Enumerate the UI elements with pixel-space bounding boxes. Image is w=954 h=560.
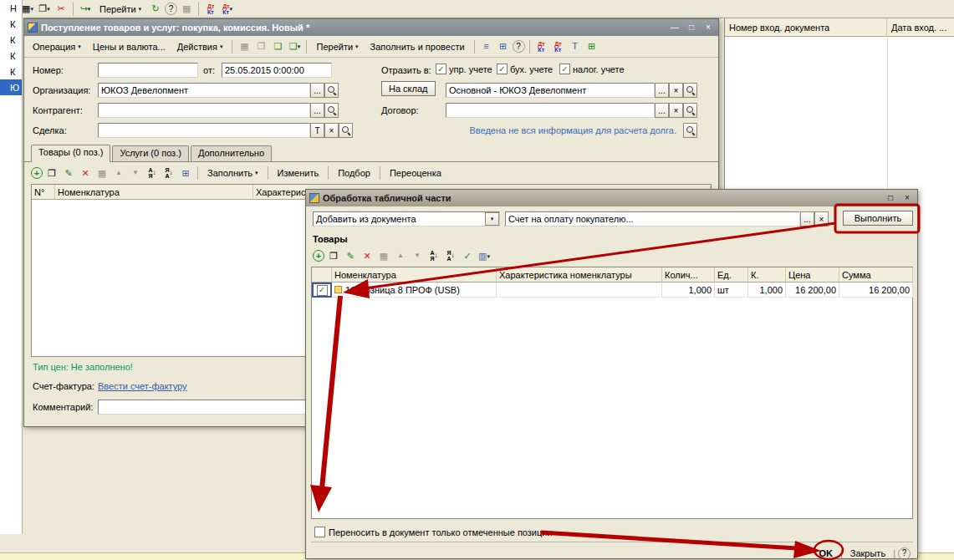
row-qty-cell[interactable]: 1,000 bbox=[662, 283, 715, 298]
execute-button[interactable]: Выполнить bbox=[843, 211, 913, 226]
list-item-selected[interactable]: Ю bbox=[0, 79, 22, 95]
row-price-cell[interactable]: 16 200,00 bbox=[786, 283, 839, 298]
warehouse-clear-button[interactable]: × bbox=[669, 83, 683, 98]
source-combo[interactable]: Добавить из документа bbox=[313, 211, 500, 227]
column-header-number[interactable]: N° bbox=[32, 185, 55, 200]
move-down-icon[interactable]: ▼ bbox=[410, 249, 425, 263]
column-header-characteristic[interactable]: Характеристика номенклатуры bbox=[497, 267, 662, 283]
organization-search-button[interactable] bbox=[324, 83, 339, 98]
tax-accounting-checkbox[interactable]: ✓налог. учете bbox=[559, 64, 625, 74]
entries-dtkt-icon[interactable]: ДтКт bbox=[203, 2, 218, 16]
dialog-titlebar[interactable]: Обработка табличной части □ × bbox=[306, 190, 917, 206]
close-dialog-button[interactable]: Закрыть bbox=[845, 546, 890, 560]
post-doc-icon[interactable]: ❏ bbox=[270, 39, 285, 53]
check-all-icon[interactable]: ✓ bbox=[460, 249, 475, 263]
tab-additional[interactable]: Дополнительно bbox=[191, 145, 272, 161]
warehouse-input[interactable]: Основной - ЮКОЗ Девелопмент bbox=[446, 83, 655, 98]
organization-input[interactable]: ЮКОЗ Девелопмент bbox=[98, 83, 310, 98]
row-checkbox[interactable]: ✓ bbox=[317, 285, 328, 296]
row-k-cell[interactable]: 1,000 bbox=[748, 283, 786, 298]
copy-row-icon[interactable]: ❐ bbox=[326, 249, 341, 263]
dialog-close-button[interactable]: × bbox=[900, 192, 914, 204]
warehouse-ellipsis-button[interactable]: ... bbox=[655, 83, 669, 98]
add-row-icon[interactable]: + bbox=[31, 167, 43, 179]
edit-row-icon[interactable]: ✎ bbox=[61, 166, 76, 181]
contract-clear-button[interactable]: × bbox=[669, 103, 683, 118]
sort-desc-icon[interactable]: ЯА↓ bbox=[443, 249, 458, 263]
source-combo-dropdown-button[interactable]: ▾ bbox=[485, 212, 499, 226]
refresh-icon[interactable]: ↻ bbox=[148, 2, 163, 16]
invoice-link[interactable]: Ввести счет-фактуру bbox=[98, 381, 187, 391]
delete-row-icon[interactable]: ✕ bbox=[78, 166, 93, 181]
add-row-icon[interactable]: + bbox=[313, 250, 324, 262]
move-up-icon[interactable]: ▲ bbox=[393, 249, 408, 263]
dialog-help-icon[interactable]: ? bbox=[898, 547, 911, 560]
deal-clear-button[interactable]: × bbox=[324, 123, 339, 138]
debt-search-button[interactable] bbox=[683, 123, 697, 138]
move-down-icon[interactable]: ▼ bbox=[128, 166, 143, 181]
transfer-only-marked-checkbox[interactable]: Переносить в документ только отмеченные … bbox=[314, 527, 553, 537]
column-header-nomenclature[interactable]: Номенклатура bbox=[332, 267, 497, 283]
copy-row-icon[interactable]: ❐ bbox=[44, 166, 59, 181]
tab-goods[interactable]: Товары (0 поз.) bbox=[31, 145, 110, 162]
deal-input[interactable] bbox=[98, 123, 310, 138]
report-icon[interactable]: ⊞ bbox=[584, 39, 599, 53]
warehouse-search-button[interactable] bbox=[683, 83, 697, 98]
save-icon[interactable]: ▦ bbox=[237, 39, 252, 53]
warehouse-switch-button[interactable]: На склад bbox=[381, 81, 436, 96]
column-header-incoming-number[interactable]: Номер вход. документа bbox=[725, 18, 887, 37]
list-item[interactable]: К bbox=[0, 32, 22, 48]
fill-button[interactable]: Заполнить▾ bbox=[202, 165, 263, 181]
column-header-incoming-date[interactable]: Дата вход. ... bbox=[887, 18, 954, 37]
cut-icon[interactable]: ✂ bbox=[54, 2, 69, 16]
management-accounting-checkbox[interactable]: ✓упр. учете bbox=[436, 64, 492, 74]
change-button[interactable]: Изменить bbox=[273, 165, 324, 181]
document-field[interactable]: Счет на оплату покупателю... bbox=[505, 211, 800, 227]
column-header-check[interactable] bbox=[312, 267, 332, 283]
close-button[interactable]: × bbox=[701, 22, 715, 33]
doc-entries-tax-icon[interactable]: ДтКт bbox=[551, 39, 566, 53]
prices-currency-button[interactable]: Цены и валюта... bbox=[88, 39, 171, 54]
row-unit-cell[interactable]: шт bbox=[715, 283, 748, 298]
order-icon[interactable]: ▦ bbox=[94, 166, 110, 181]
list-item[interactable]: К bbox=[0, 64, 22, 79]
copy-doc-icon[interactable]: ❐ bbox=[253, 39, 268, 53]
column-header-qty[interactable]: Колич... bbox=[662, 267, 715, 283]
post-menu-icon[interactable]: ❏▾ bbox=[287, 39, 302, 53]
column-header-price[interactable]: Цена bbox=[786, 267, 839, 283]
number-input[interactable] bbox=[98, 63, 198, 78]
row-check-cell[interactable]: ✓ bbox=[312, 283, 332, 298]
organization-ellipsis-button[interactable]: ... bbox=[310, 83, 324, 98]
contract-input[interactable] bbox=[446, 103, 655, 118]
column-header-k[interactable]: К. bbox=[748, 267, 786, 283]
related-docs-icon[interactable]: ⊞ bbox=[496, 39, 511, 53]
doc-help-icon[interactable]: ? bbox=[513, 40, 525, 53]
tab-services[interactable]: Услуги (0 поз.) bbox=[112, 145, 188, 161]
sort-asc-icon[interactable]: АЯ↓ bbox=[145, 166, 160, 181]
reprice-button[interactable]: Переоценка bbox=[385, 165, 446, 181]
structure-icon[interactable]: ≡ bbox=[479, 39, 494, 53]
document-titlebar[interactable]: Поступление товаров и услуг: покупка, ко… bbox=[24, 19, 718, 36]
row-sum-cell[interactable]: 16 200,00 bbox=[839, 283, 913, 298]
sort-desc-icon[interactable]: ЯА↓ bbox=[161, 166, 176, 181]
maximize-button[interactable]: □ bbox=[685, 22, 698, 33]
document-ellipsis-button[interactable]: ... bbox=[800, 211, 814, 227]
jump-menu-icon[interactable]: ↪▾ bbox=[78, 2, 93, 16]
list-item[interactable]: К bbox=[0, 16, 22, 32]
column-header-unit[interactable]: Ед. bbox=[715, 267, 748, 283]
doc-entries-icon[interactable]: ДтКт bbox=[534, 39, 549, 53]
ok-button[interactable]: OK bbox=[814, 546, 838, 560]
registers-icon[interactable]: Т bbox=[568, 39, 583, 53]
dialog-maximize-button[interactable]: □ bbox=[884, 192, 897, 204]
order-icon[interactable]: ▦ bbox=[376, 249, 391, 263]
edit-row-icon[interactable]: ✎ bbox=[343, 249, 358, 263]
fill-and-post-button[interactable]: Заполнить и провести bbox=[365, 39, 470, 54]
entries-dtkt-menu-icon[interactable]: ДтКт▾ bbox=[220, 2, 235, 16]
document-clear-button[interactable]: × bbox=[814, 211, 829, 227]
deal-type-button[interactable]: Т bbox=[310, 123, 324, 138]
columns-settings-icon[interactable]: ▥▾ bbox=[477, 249, 492, 263]
list-item[interactable]: К bbox=[0, 48, 22, 64]
minimize-button[interactable]: — bbox=[668, 22, 681, 33]
operation-button[interactable]: Операция▾ bbox=[28, 39, 86, 54]
sort-asc-icon[interactable]: АЯ↓ bbox=[426, 249, 441, 263]
